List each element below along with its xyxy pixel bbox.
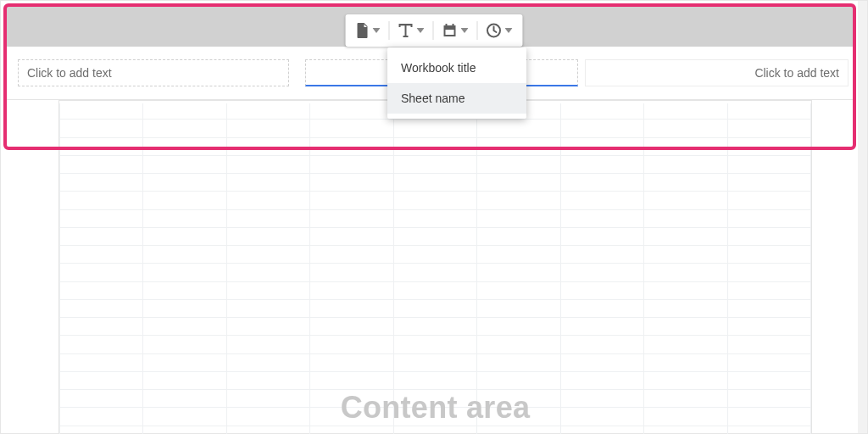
grid-cell[interactable] xyxy=(477,264,560,281)
grid-cell[interactable] xyxy=(310,246,393,264)
grid-cell[interactable] xyxy=(310,227,393,245)
header-left-field[interactable]: Click to add text xyxy=(18,59,289,86)
grid-cell[interactable] xyxy=(477,336,560,353)
grid-cell[interactable] xyxy=(644,408,727,426)
grid-cell[interactable] xyxy=(226,192,309,209)
spreadsheet-grid[interactable]: Content area xyxy=(58,100,812,434)
grid-cell[interactable] xyxy=(560,264,643,281)
grid-cell[interactable] xyxy=(560,209,643,227)
grid-cell[interactable] xyxy=(310,390,393,408)
grid-cell[interactable] xyxy=(560,318,643,336)
grid-cell[interactable] xyxy=(477,227,560,245)
grid-cell[interactable] xyxy=(226,102,309,120)
grid-cell[interactable] xyxy=(477,174,560,192)
grid-cell[interactable] xyxy=(393,192,476,209)
grid-cell[interactable] xyxy=(143,227,226,245)
grid-cell[interactable] xyxy=(393,408,476,426)
grid-cell[interactable] xyxy=(60,318,143,336)
grid-cell[interactable] xyxy=(727,120,811,137)
grid-cell[interactable] xyxy=(143,137,226,155)
grid-cell[interactable] xyxy=(393,281,476,299)
grid-cell[interactable] xyxy=(143,120,226,137)
grid-cell[interactable] xyxy=(560,390,643,408)
grid-cell[interactable] xyxy=(727,246,811,264)
grid-cell[interactable] xyxy=(393,264,476,281)
grid-cell[interactable] xyxy=(143,336,226,353)
grid-cell[interactable] xyxy=(727,408,811,426)
grid-cell[interactable] xyxy=(560,426,643,434)
grid-cell[interactable] xyxy=(477,353,560,371)
grid-cell[interactable] xyxy=(727,353,811,371)
grid-cell[interactable] xyxy=(727,192,811,209)
header-right-field[interactable]: Click to add text xyxy=(585,59,849,86)
grid-cell[interactable] xyxy=(60,120,143,137)
grid-cell[interactable] xyxy=(60,246,143,264)
grid-cell[interactable] xyxy=(727,371,811,389)
grid-cell[interactable] xyxy=(226,264,309,281)
grid-cell[interactable] xyxy=(393,209,476,227)
grid-cell[interactable] xyxy=(143,318,226,336)
grid-cell[interactable] xyxy=(477,299,560,317)
grid-cell[interactable] xyxy=(143,281,226,299)
grid-cell[interactable] xyxy=(477,408,560,426)
grid-cell[interactable] xyxy=(60,102,143,120)
grid-cell[interactable] xyxy=(644,336,727,353)
grid-cell[interactable] xyxy=(143,353,226,371)
grid-cell[interactable] xyxy=(560,371,643,389)
grid-cell[interactable] xyxy=(60,353,143,371)
grid-cell[interactable] xyxy=(226,390,309,408)
grid-cell[interactable] xyxy=(477,209,560,227)
grid-cell[interactable] xyxy=(226,120,309,137)
grid-cell[interactable] xyxy=(644,318,727,336)
grid-cell[interactable] xyxy=(60,390,143,408)
grid-cell[interactable] xyxy=(644,227,727,245)
dropdown-item-sheet-name[interactable]: Sheet name xyxy=(387,83,526,114)
grid-cell[interactable] xyxy=(644,390,727,408)
grid-cell[interactable] xyxy=(60,426,143,434)
grid-cell[interactable] xyxy=(226,227,309,245)
grid-cell[interactable] xyxy=(226,318,309,336)
grid-cell[interactable] xyxy=(727,137,811,155)
grid-cell[interactable] xyxy=(560,281,643,299)
grid-cell[interactable] xyxy=(143,264,226,281)
grid-cell[interactable] xyxy=(393,318,476,336)
grid-cell[interactable] xyxy=(477,192,560,209)
grid-cell[interactable] xyxy=(60,371,143,389)
grid-cell[interactable] xyxy=(644,120,727,137)
grid-cell[interactable] xyxy=(310,318,393,336)
grid-cell[interactable] xyxy=(477,155,560,173)
grid-cell[interactable] xyxy=(560,299,643,317)
grid-cell[interactable] xyxy=(560,227,643,245)
grid-cell[interactable] xyxy=(226,209,309,227)
grid-cell[interactable] xyxy=(393,371,476,389)
grid-cell[interactable] xyxy=(310,281,393,299)
grid-cell[interactable] xyxy=(727,174,811,192)
grid-cell[interactable] xyxy=(310,264,393,281)
grid-cell[interactable] xyxy=(226,353,309,371)
grid-cell[interactable] xyxy=(644,209,727,227)
vertical-scrollbar[interactable] xyxy=(858,1,867,433)
grid-cell[interactable] xyxy=(477,281,560,299)
grid-cell[interactable] xyxy=(310,155,393,173)
grid-cell[interactable] xyxy=(60,174,143,192)
grid-cell[interactable] xyxy=(727,299,811,317)
grid-cell[interactable] xyxy=(560,137,643,155)
grid-cell[interactable] xyxy=(727,155,811,173)
grid-cell[interactable] xyxy=(310,120,393,137)
grid-cell[interactable] xyxy=(226,281,309,299)
grid-cell[interactable] xyxy=(644,299,727,317)
grid-cell[interactable] xyxy=(226,137,309,155)
grid-cell[interactable] xyxy=(560,102,643,120)
grid-cell[interactable] xyxy=(226,336,309,353)
grid-cell[interactable] xyxy=(310,209,393,227)
grid-cell[interactable] xyxy=(393,426,476,434)
grid-cell[interactable] xyxy=(310,353,393,371)
grid-cell[interactable] xyxy=(226,155,309,173)
grid-cell[interactable] xyxy=(727,426,811,434)
grid-cell[interactable] xyxy=(226,426,309,434)
grid-cell[interactable] xyxy=(310,371,393,389)
grid-cell[interactable] xyxy=(727,336,811,353)
grid-cell[interactable] xyxy=(143,209,226,227)
grid-cell[interactable] xyxy=(393,390,476,408)
grid-cell[interactable] xyxy=(310,408,393,426)
